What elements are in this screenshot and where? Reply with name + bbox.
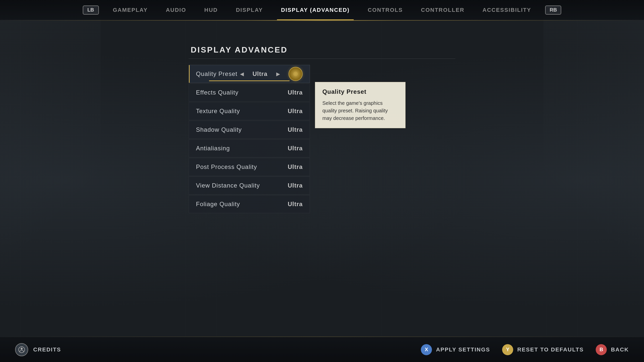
setting-row-foliage-quality[interactable]: Foliage Quality Ultra bbox=[189, 195, 310, 213]
main-content: DISPLAY ADVANCED Quality Preset ◀ Ultra … bbox=[0, 25, 644, 337]
setting-value-antialiasing: Ultra bbox=[288, 145, 303, 152]
setting-row-effects-quality[interactable]: Effects Quality Ultra bbox=[189, 83, 310, 102]
setting-value-effects-quality: Ultra bbox=[288, 89, 303, 96]
setting-value-post-process-quality: Ultra bbox=[288, 163, 303, 170]
setting-name-texture-quality: Texture Quality bbox=[196, 108, 240, 115]
setting-row-antialiasing[interactable]: Antialiasing Ultra bbox=[189, 139, 310, 157]
tooltip-title: Quality Preset bbox=[322, 88, 398, 95]
setting-name-antialiasing: Antialiasing bbox=[196, 145, 230, 152]
top-navigation: LB GAMEPLAY AUDIO HUD DISPLAY DISPLAY (A… bbox=[0, 0, 644, 20]
setting-name-effects-quality: Effects Quality bbox=[196, 89, 238, 96]
tab-audio[interactable]: AUDIO bbox=[157, 0, 195, 20]
preset-bar-fill bbox=[209, 80, 290, 81]
apply-action[interactable]: X APPLY SETTINGS bbox=[421, 344, 490, 355]
content-wrapper: Quality Preset ◀ Ultra ▶ bbox=[189, 65, 455, 213]
x-button: X bbox=[421, 344, 432, 355]
tab-accessibility[interactable]: ACCESSIBILITY bbox=[473, 0, 540, 20]
setting-row-post-process-quality[interactable]: Post Process Quality Ultra bbox=[189, 158, 310, 176]
settings-panel: DISPLAY ADVANCED Quality Preset ◀ Ultra … bbox=[189, 45, 455, 213]
svg-point-2 bbox=[21, 348, 23, 350]
bottom-bar: CREDITS X APPLY SETTINGS Y RESET TO DEFA… bbox=[0, 337, 644, 362]
arrow-right-quality-preset[interactable]: ▶ bbox=[273, 69, 283, 78]
settings-list: Quality Preset ◀ Ultra ▶ bbox=[189, 65, 310, 213]
tooltip-text: Select the game's graphics quality prese… bbox=[322, 99, 398, 122]
page-title: DISPLAY ADVANCED bbox=[189, 45, 455, 59]
setting-value-quality-preset: Ultra bbox=[253, 70, 268, 77]
left-bumper[interactable]: LB bbox=[83, 6, 99, 15]
bottom-left-area: CREDITS bbox=[15, 343, 61, 356]
tab-display-advanced[interactable]: DISPLAY (ADVANCED) bbox=[272, 0, 359, 20]
reset-action[interactable]: Y RESET TO DEFAULTS bbox=[502, 344, 584, 355]
setting-value-texture-quality: Ultra bbox=[288, 108, 303, 115]
setting-right-texture-quality: Ultra bbox=[288, 108, 303, 115]
nav-tabs-container: GAMEPLAY AUDIO HUD DISPLAY DISPLAY (ADVA… bbox=[104, 0, 540, 20]
setting-name-view-distance-quality: View Distance Quality bbox=[196, 182, 260, 189]
setting-right-post-process-quality: Ultra bbox=[288, 163, 303, 170]
setting-right-effects-quality: Ultra bbox=[288, 89, 303, 96]
circle-indicator-quality-preset bbox=[289, 67, 303, 81]
setting-right-shadow-quality: Ultra bbox=[288, 126, 303, 133]
right-bumper[interactable]: RB bbox=[545, 6, 561, 15]
back-label: BACK bbox=[611, 346, 629, 353]
apply-label: APPLY SETTINGS bbox=[436, 346, 490, 353]
setting-value-shadow-quality: Ultra bbox=[288, 126, 303, 133]
setting-right-antialiasing: Ultra bbox=[288, 145, 303, 152]
setting-row-quality-preset[interactable]: Quality Preset ◀ Ultra ▶ bbox=[189, 65, 310, 83]
arrow-left-quality-preset[interactable]: ◀ bbox=[237, 69, 247, 78]
setting-value-view-distance-quality: Ultra bbox=[288, 182, 303, 189]
b-button: B bbox=[596, 344, 607, 355]
tab-controller[interactable]: CONTROLLER bbox=[412, 0, 473, 20]
setting-right-foliage-quality: Ultra bbox=[288, 201, 303, 208]
back-action[interactable]: B BACK bbox=[596, 344, 629, 355]
preset-bar bbox=[209, 80, 290, 81]
setting-name-post-process-quality: Post Process Quality bbox=[196, 163, 257, 170]
setting-row-texture-quality[interactable]: Texture Quality Ultra bbox=[189, 102, 310, 120]
setting-value-foliage-quality: Ultra bbox=[288, 201, 303, 208]
setting-row-shadow-quality[interactable]: Shadow Quality Ultra bbox=[189, 121, 310, 139]
setting-right-view-distance-quality: Ultra bbox=[288, 182, 303, 189]
setting-name-foliage-quality: Foliage Quality bbox=[196, 201, 240, 208]
y-button: Y bbox=[502, 344, 513, 355]
reset-label: RESET TO DEFAULTS bbox=[517, 346, 584, 353]
credits-label[interactable]: CREDITS bbox=[33, 346, 61, 353]
credits-icon bbox=[15, 343, 28, 356]
bottom-right-area: X APPLY SETTINGS Y RESET TO DEFAULTS B B… bbox=[421, 344, 629, 355]
tab-hud[interactable]: HUD bbox=[195, 0, 227, 20]
deco-line bbox=[247, 21, 397, 21]
svg-point-0 bbox=[294, 72, 298, 76]
setting-name-quality-preset: Quality Preset bbox=[196, 70, 237, 77]
tab-display[interactable]: DISPLAY bbox=[227, 0, 272, 20]
setting-row-view-distance-quality[interactable]: View Distance Quality Ultra bbox=[189, 176, 310, 195]
setting-name-shadow-quality: Shadow Quality bbox=[196, 126, 242, 133]
tab-controls[interactable]: CONTROLS bbox=[359, 0, 412, 20]
tab-gameplay[interactable]: GAMEPLAY bbox=[104, 0, 157, 20]
tooltip-panel: Quality Preset Select the game's graphic… bbox=[315, 82, 406, 128]
setting-right-quality-preset: ◀ Ultra ▶ bbox=[237, 67, 303, 81]
